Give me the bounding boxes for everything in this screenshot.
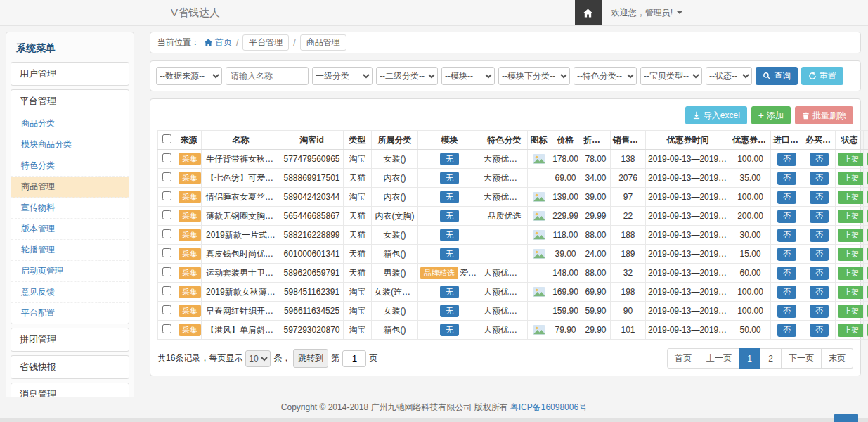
row-checkbox[interactable] (162, 305, 171, 314)
horizontal-scrollbar[interactable] (0, 418, 868, 422)
batch-delete-button[interactable]: 批量删除 (795, 106, 853, 124)
status-button[interactable]: 上架 (838, 248, 864, 261)
module-subcategory-select[interactable]: --模块下分类-- (498, 67, 570, 85)
table-row: 采集情侣睡衣女夏丝绸男士...589042420344淘宝内衣()无大额优惠券1… (158, 188, 868, 207)
status-button[interactable]: 上架 (838, 305, 864, 318)
row-checkbox[interactable] (162, 191, 171, 200)
page-button-1[interactable]: 1 (739, 348, 760, 369)
feature-category-select[interactable]: --特色分类-- (574, 67, 637, 85)
sidebar-item-module-product-category[interactable]: 模块商品分类 (11, 134, 129, 155)
row-checkbox[interactable] (162, 172, 171, 181)
import-select-toggle-button[interactable]: 否 (777, 153, 796, 166)
row-checkbox[interactable] (162, 210, 171, 219)
must-buy-toggle-button[interactable]: 否 (810, 286, 829, 299)
discount-price-cell: 69.90 (581, 283, 611, 302)
breadcrumb-prefix: 当前位置： (157, 37, 200, 49)
search-button[interactable]: 查询 (756, 67, 798, 85)
taoke-id-cell: 588216228899 (280, 226, 344, 245)
feature-cell (481, 245, 528, 264)
jump-page-input[interactable] (342, 350, 366, 367)
name-input[interactable] (226, 67, 309, 85)
status-button[interactable]: 上架 (838, 153, 864, 166)
must-buy-toggle-button[interactable]: 否 (810, 210, 829, 223)
sidebar-section-groupbuy[interactable]: 拼团管理 (11, 328, 129, 351)
level1-category-select[interactable]: 一级分类 (312, 67, 373, 85)
sidebar-item-version-management[interactable]: 版本管理 (11, 219, 129, 240)
import-select-toggle-button[interactable]: 否 (777, 248, 796, 261)
level2-category-select[interactable]: --二级分类-- (376, 67, 438, 85)
item-type-select[interactable]: --宝贝类型-- (640, 67, 702, 85)
sidebar-item-carousel-management[interactable]: 轮播管理 (11, 240, 129, 261)
breadcrumb-item-platform[interactable]: 平台管理 (242, 34, 289, 51)
status-button[interactable]: 上架 (838, 267, 864, 280)
status-select[interactable]: --状态-- (706, 67, 752, 85)
must-buy-toggle-button[interactable]: 否 (810, 153, 829, 166)
add-button[interactable]: + 添加 (751, 106, 791, 124)
coupon-time-cell: 2019-09-13—2019-09-15 (646, 264, 730, 283)
home-button[interactable] (575, 0, 602, 25)
source-badge: 采集 (179, 191, 201, 203)
per-page-select[interactable]: 10 (245, 350, 271, 367)
coupon-time-cell: 2019-09-13—2019-09-17 (646, 207, 730, 226)
must-buy-toggle-button[interactable]: 否 (810, 191, 829, 204)
import-select-toggle-button[interactable]: 否 (777, 267, 796, 280)
page-button-first[interactable]: 首页 (667, 348, 699, 369)
table-row: 采集真皮钱包时尚优雅女士...601000601341天猫箱包()无39.002… (158, 245, 868, 264)
name-cell: 【港风】单肩斜挎链条... (202, 321, 280, 340)
status-button[interactable]: 上架 (838, 210, 864, 223)
row-checkbox[interactable] (162, 229, 171, 238)
sidebar-item-product-category[interactable]: 商品分类 (11, 113, 129, 134)
icp-link[interactable]: 粤ICP备16098006号 (510, 402, 587, 414)
import-select-toggle-button[interactable]: 否 (777, 324, 796, 337)
import-excel-button[interactable]: 导入excel (685, 106, 747, 124)
import-select-toggle-button[interactable]: 否 (777, 191, 796, 204)
sidebar-section-platform[interactable]: 平台管理 (11, 90, 129, 113)
checkbox-cell (158, 207, 176, 226)
status-button[interactable]: 上架 (838, 324, 864, 337)
sidebar-item-splash-management[interactable]: 启动页管理 (11, 261, 129, 282)
status-button[interactable]: 上架 (838, 191, 864, 204)
status-cell: 上架 (836, 226, 864, 245)
row-checkbox[interactable] (162, 153, 171, 162)
import-select-toggle-button[interactable]: 否 (777, 286, 796, 299)
reset-button[interactable]: 重置 (801, 67, 843, 85)
row-checkbox[interactable] (162, 248, 171, 257)
user-menu[interactable]: 欢迎您，管理员! (602, 0, 692, 25)
must-buy-toggle-button[interactable]: 否 (810, 172, 829, 185)
sidebar-section-user[interactable]: 用户管理 (11, 63, 129, 85)
sidebar-item-feedback[interactable]: 意见反馈 (11, 282, 129, 303)
import-select-toggle-button[interactable]: 否 (777, 305, 796, 318)
page-button-prev[interactable]: 上一页 (699, 348, 739, 369)
import-select-toggle-button[interactable]: 否 (777, 172, 796, 185)
must-buy-toggle-button[interactable]: 否 (810, 324, 829, 337)
search-button-label: 查询 (774, 70, 791, 82)
data-source-select[interactable]: --数据来源-- (156, 67, 222, 85)
discount-price-cell: 88.00 (581, 226, 611, 245)
sidebar-item-feature-category[interactable]: 特色分类 (11, 155, 129, 177)
select-all-checkbox[interactable] (162, 134, 171, 143)
must-buy-toggle-button[interactable]: 否 (810, 305, 829, 318)
import-select-toggle-button[interactable]: 否 (777, 229, 796, 242)
row-checkbox[interactable] (162, 324, 171, 333)
status-button[interactable]: 上架 (838, 229, 864, 242)
page-button-2[interactable]: 2 (760, 348, 782, 369)
sidebar-item-platform-config[interactable]: 平台配置 (11, 303, 129, 324)
module-select[interactable]: --模块-- (441, 67, 495, 85)
status-button[interactable]: 上架 (838, 286, 864, 299)
must-buy-toggle-button[interactable]: 否 (810, 248, 829, 261)
sidebar-item-promo-material[interactable]: 宣传物料 (11, 198, 129, 219)
import-select-toggle-button[interactable]: 否 (777, 210, 796, 223)
row-checkbox[interactable] (162, 267, 171, 276)
row-checkbox[interactable] (162, 286, 171, 295)
must-buy-toggle-button[interactable]: 否 (810, 267, 829, 280)
status-button[interactable]: 上架 (838, 172, 864, 185)
page-button-next[interactable]: 下一页 (782, 348, 822, 369)
page-button-last[interactable]: 末页 (822, 348, 853, 369)
breadcrumb-home-link[interactable]: 首页 (204, 37, 232, 49)
sidebar-section-saving-news[interactable]: 省钱快报 (11, 356, 129, 378)
jump-button[interactable]: 跳转到 (293, 349, 328, 368)
sidebar-item-product-management[interactable]: 商品管理 (11, 177, 129, 198)
type-cell: 淘宝 (344, 150, 372, 169)
must-buy-toggle-button[interactable]: 否 (810, 229, 829, 242)
back-to-top-button[interactable] (834, 414, 858, 422)
